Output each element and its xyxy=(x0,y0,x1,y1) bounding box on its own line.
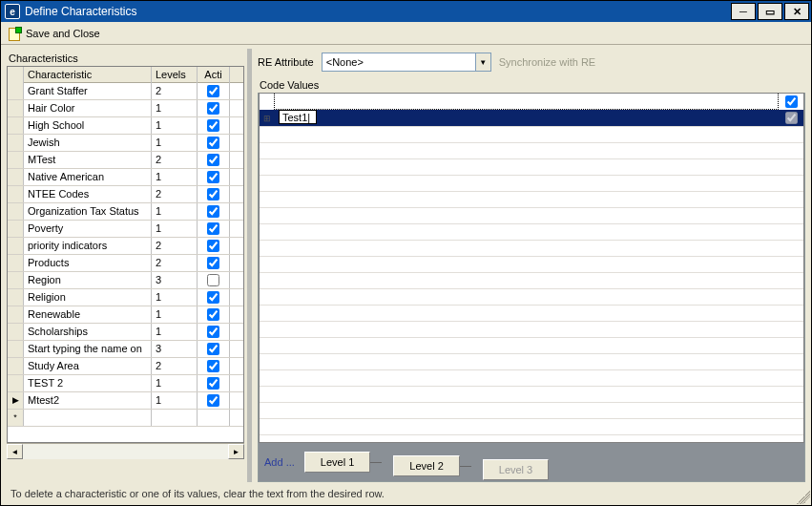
levels-cell[interactable]: 2 xyxy=(152,152,198,168)
col-marker-header[interactable] xyxy=(8,67,24,83)
active-cell[interactable] xyxy=(198,169,230,185)
active-cell[interactable] xyxy=(198,221,230,237)
table-row[interactable]: Jewish1 xyxy=(8,135,243,152)
characteristic-name-cell[interactable]: Region xyxy=(24,272,152,288)
code-value-cell[interactable] xyxy=(274,93,779,110)
levels-cell[interactable]: 2 xyxy=(152,186,198,202)
table-row[interactable]: Native American1 xyxy=(8,169,243,186)
active-cell[interactable] xyxy=(198,100,230,116)
active-cell[interactable] xyxy=(198,375,230,391)
code-value-row[interactable] xyxy=(260,94,803,110)
code-value-check-cell[interactable] xyxy=(779,94,803,110)
scroll-track[interactable] xyxy=(23,444,228,459)
characteristic-name-cell[interactable] xyxy=(24,410,152,426)
levels-cell[interactable]: 1 xyxy=(152,100,198,116)
table-row[interactable]: High School1 xyxy=(8,117,243,135)
active-cell[interactable] xyxy=(198,341,230,357)
characteristic-name-cell[interactable]: Study Area xyxy=(24,358,152,374)
table-row[interactable]: Products2 xyxy=(8,255,243,272)
levels-cell[interactable]: 1 xyxy=(152,221,198,237)
active-checkbox[interactable] xyxy=(207,119,219,132)
table-row[interactable]: NTEE Codes2 xyxy=(8,186,243,203)
levels-cell[interactable]: 1 xyxy=(152,306,198,323)
active-cell[interactable] xyxy=(198,238,230,254)
table-row[interactable]: ▶Mtest21 xyxy=(8,392,243,410)
active-cell[interactable] xyxy=(198,306,230,323)
table-row[interactable]: Study Area2 xyxy=(8,358,243,375)
characteristic-name-cell[interactable]: Products xyxy=(24,255,152,271)
active-checkbox[interactable] xyxy=(207,291,219,304)
table-row[interactable]: Renewable1 xyxy=(8,306,243,324)
active-checkbox[interactable] xyxy=(207,188,219,200)
active-checkbox[interactable] xyxy=(207,85,219,97)
characteristic-name-cell[interactable]: NTEE Codes xyxy=(24,186,152,202)
characteristic-name-cell[interactable]: Hair Color xyxy=(24,100,152,116)
save-and-close-button[interactable]: Save and Close xyxy=(5,25,104,42)
table-row[interactable]: Organization Tax Status1 xyxy=(8,203,243,221)
characteristic-name-cell[interactable]: priority indicators xyxy=(24,238,152,254)
code-value-checkbox[interactable] xyxy=(785,112,798,124)
table-row[interactable]: Religion1 xyxy=(8,289,243,306)
active-checkbox[interactable] xyxy=(207,343,219,355)
characteristic-name-cell[interactable]: Grant Staffer xyxy=(24,83,152,99)
col-active-header[interactable]: Acti xyxy=(198,67,230,83)
level-2-button[interactable]: Level 2 xyxy=(393,455,459,476)
code-value-cell[interactable]: Test1| xyxy=(275,110,779,126)
levels-cell[interactable]: 1 xyxy=(152,324,198,340)
active-cell[interactable] xyxy=(198,117,230,134)
active-cell[interactable] xyxy=(198,324,230,340)
active-cell[interactable] xyxy=(198,272,230,288)
levels-cell[interactable]: 1 xyxy=(152,289,198,306)
characteristic-name-cell[interactable]: Religion xyxy=(24,289,152,306)
active-checkbox[interactable] xyxy=(207,154,219,166)
re-attribute-combobox[interactable]: <None> ▼ xyxy=(322,53,491,72)
new-row[interactable]: * xyxy=(8,410,243,427)
active-checkbox[interactable] xyxy=(207,257,219,269)
levels-cell[interactable]: 2 xyxy=(152,358,198,374)
level-1-button[interactable]: Level 1 xyxy=(304,452,370,473)
active-checkbox[interactable] xyxy=(207,394,219,407)
active-cell[interactable] xyxy=(198,289,230,306)
col-levels-header[interactable]: Levels xyxy=(152,67,198,83)
active-checkbox[interactable] xyxy=(207,171,219,183)
active-checkbox[interactable] xyxy=(207,137,219,149)
active-cell[interactable] xyxy=(198,255,230,271)
active-cell[interactable] xyxy=(198,152,230,168)
table-row[interactable]: Scholarships1 xyxy=(8,324,243,341)
close-button[interactable]: ✕ xyxy=(784,3,809,20)
levels-cell[interactable]: 2 xyxy=(152,255,198,271)
scroll-right-button[interactable]: ► xyxy=(228,444,244,459)
active-checkbox[interactable] xyxy=(207,102,219,115)
levels-cell[interactable]: 3 xyxy=(152,272,198,288)
active-checkbox[interactable] xyxy=(207,308,219,321)
active-checkbox[interactable] xyxy=(207,326,219,338)
active-cell[interactable] xyxy=(198,392,230,409)
active-checkbox[interactable] xyxy=(207,377,219,390)
level-3-button[interactable]: Level 3 xyxy=(483,459,549,480)
characteristic-name-cell[interactable]: Scholarships xyxy=(24,324,152,340)
characteristic-name-cell[interactable]: Renewable xyxy=(24,306,152,323)
levels-cell[interactable]: 2 xyxy=(152,83,198,99)
active-checkbox[interactable] xyxy=(207,360,219,372)
table-row[interactable]: Poverty1 xyxy=(8,221,243,238)
table-row[interactable]: Hair Color1 xyxy=(8,100,243,117)
active-cell[interactable] xyxy=(198,203,230,220)
horizontal-scrollbar[interactable]: ◄ ► xyxy=(7,443,244,459)
characteristic-name-cell[interactable]: TEST 2 xyxy=(24,375,152,391)
table-row[interactable]: TEST 21 xyxy=(8,375,243,392)
code-value-checkbox[interactable] xyxy=(785,95,798,108)
code-value-row[interactable]: ⊞Test1| xyxy=(260,110,803,126)
characteristic-name-cell[interactable]: Organization Tax Status xyxy=(24,203,152,220)
characteristic-name-cell[interactable]: Poverty xyxy=(24,221,152,237)
scroll-left-button[interactable]: ◄ xyxy=(7,444,23,459)
characteristic-name-cell[interactable]: Start typing the name on xyxy=(24,341,152,357)
levels-cell[interactable]: 1 xyxy=(152,392,198,409)
table-row[interactable]: priority indicators2 xyxy=(8,238,243,255)
characteristic-name-cell[interactable]: MTest xyxy=(24,152,152,168)
active-checkbox[interactable] xyxy=(207,222,219,235)
characteristic-name-cell[interactable]: Jewish xyxy=(24,135,152,151)
col-name-header[interactable]: Characteristic xyxy=(24,67,152,83)
levels-cell[interactable] xyxy=(152,410,198,426)
code-value-check-cell[interactable] xyxy=(779,110,803,126)
levels-cell[interactable]: 1 xyxy=(152,375,198,391)
